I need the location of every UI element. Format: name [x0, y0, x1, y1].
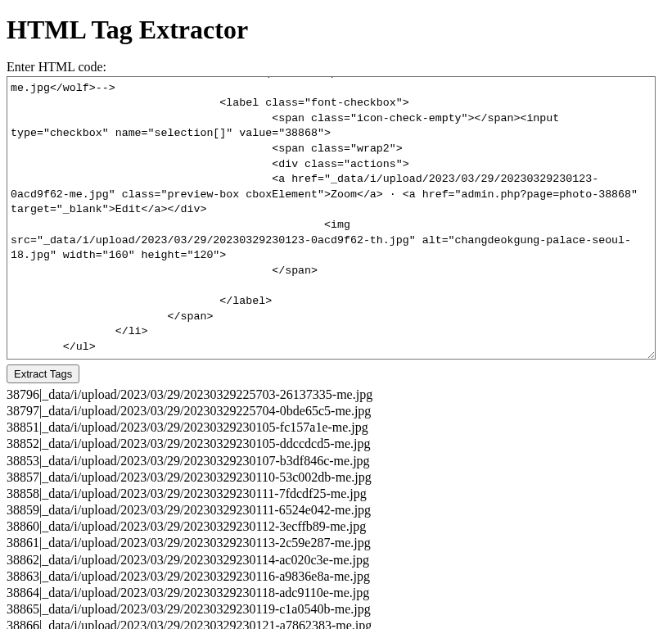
- textarea-container: [7, 76, 656, 363]
- output-line: 38861|_data/i/upload/2023/03/29/20230329…: [7, 535, 665, 551]
- output-line: 38862|_data/i/upload/2023/03/29/20230329…: [7, 552, 665, 568]
- input-label: Enter HTML code:: [7, 60, 665, 75]
- output-line: 38797|_data/i/upload/2023/03/29/20230329…: [7, 403, 665, 419]
- output-line: 38796|_data/i/upload/2023/03/29/20230329…: [7, 387, 665, 403]
- output-line: 38858|_data/i/upload/2023/03/29/20230329…: [7, 486, 665, 502]
- output-line: 38865|_data/i/upload/2023/03/29/20230329…: [7, 601, 665, 618]
- output-line: 38859|_data/i/upload/2023/03/29/20230329…: [7, 502, 665, 518]
- output-line: 38851|_data/i/upload/2023/03/29/20230329…: [7, 419, 665, 436]
- html-input[interactable]: [7, 76, 656, 360]
- output-area: 38796|_data/i/upload/2023/03/29/20230329…: [7, 387, 665, 629]
- output-line: 38866|_data/i/upload/2023/03/29/20230329…: [7, 618, 665, 629]
- output-line: 38852|_data/i/upload/2023/03/29/20230329…: [7, 436, 665, 452]
- extract-button[interactable]: Extract Tags: [7, 364, 79, 383]
- page-title: HTML Tag Extractor: [7, 15, 665, 45]
- output-line: 38853|_data/i/upload/2023/03/29/20230329…: [7, 453, 665, 469]
- output-line: 38863|_data/i/upload/2023/03/29/20230329…: [7, 568, 665, 585]
- output-line: 38857|_data/i/upload/2023/03/29/20230329…: [7, 469, 665, 486]
- output-line: 38860|_data/i/upload/2023/03/29/20230329…: [7, 518, 665, 535]
- output-line: 38864|_data/i/upload/2023/03/29/20230329…: [7, 585, 665, 601]
